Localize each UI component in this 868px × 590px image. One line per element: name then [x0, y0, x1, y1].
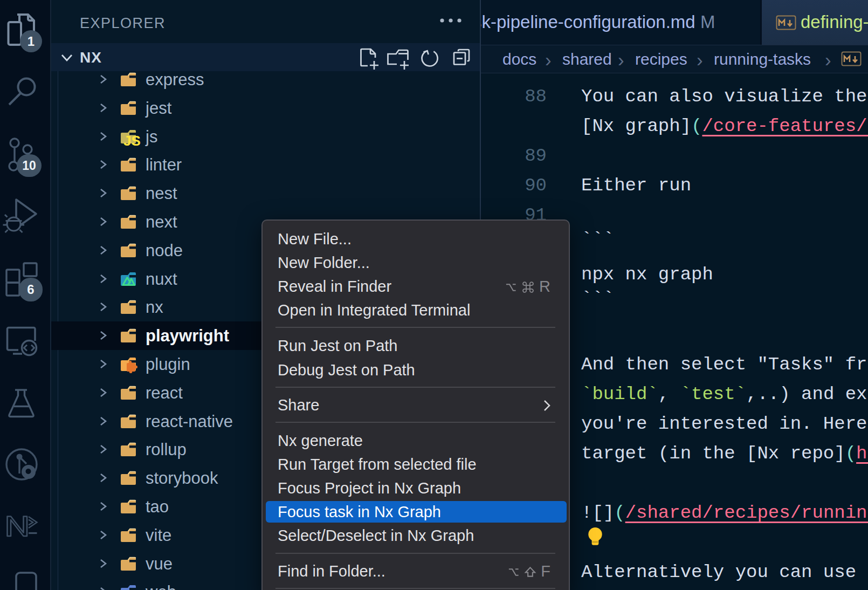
svg-text:JS: JS — [123, 133, 141, 149]
